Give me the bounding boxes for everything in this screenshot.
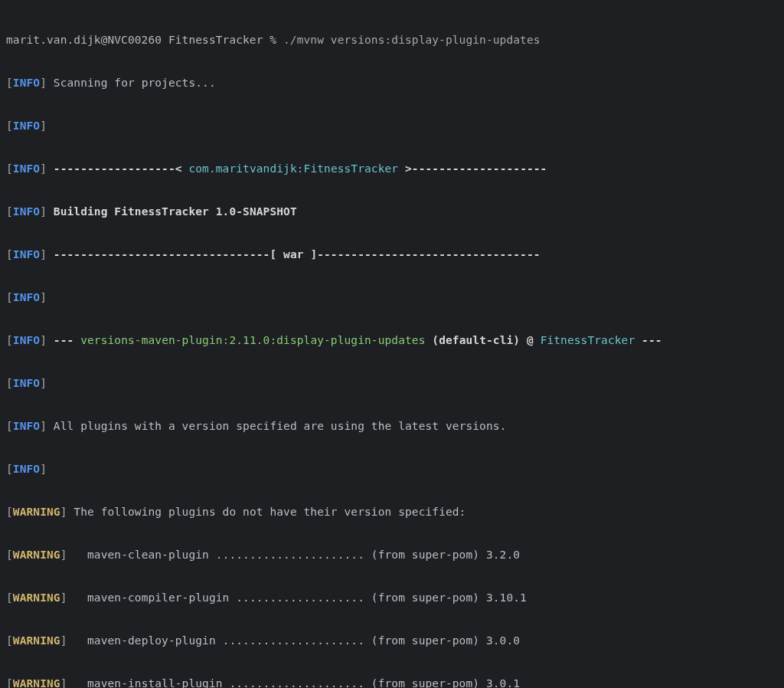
log-line: [WARNING] maven-deploy-plugin ..........… (6, 630, 778, 651)
level-info: INFO (13, 77, 40, 89)
log-line: [WARNING] The following plugins do not h… (6, 501, 778, 523)
log-line: [WARNING] maven-compiler-plugin ........… (6, 587, 778, 608)
log-line: [INFO] (6, 372, 778, 394)
log-line: [INFO] (6, 115, 778, 136)
command-text: ./mvnw versions:display-plugin-updates (283, 34, 541, 46)
project-ref: FitnessTracker (541, 334, 635, 346)
log-line: [INFO] ------------------< com.maritvand… (6, 158, 778, 179)
log-line: [WARNING] maven-clean-plugin ...........… (6, 544, 778, 565)
plugin-goal: versions-maven-plugin:2.11.0:display-plu… (80, 334, 425, 346)
log-line: [INFO] Scanning for projects... (6, 72, 778, 93)
log-line: [INFO] (6, 458, 778, 480)
log-line: [INFO] All plugins with a version specif… (6, 415, 778, 437)
prompt-line: marit.van.dijk@NVC00260 FitnessTracker %… (6, 29, 778, 51)
building-line: Building FitnessTracker 1.0-SNAPSHOT (47, 205, 297, 218)
level-warning: WARNING (13, 506, 60, 518)
log-line: [INFO] --- versions-maven-plugin:2.11.0:… (6, 329, 778, 351)
artifact-id: com.maritvandijk:FitnessTracker (188, 162, 398, 175)
log-line: [WARNING] maven-install-plugin .........… (6, 673, 778, 688)
log-line: [INFO] --------------------------------[… (6, 244, 778, 265)
log-line: [INFO] (6, 287, 778, 308)
terminal-output[interactable]: marit.van.dijk@NVC00260 FitnessTracker %… (0, 0, 784, 688)
shell-prompt: marit.van.dijk@NVC00260 FitnessTracker % (6, 34, 283, 46)
log-line: [INFO] Building FitnessTracker 1.0-SNAPS… (6, 201, 778, 222)
